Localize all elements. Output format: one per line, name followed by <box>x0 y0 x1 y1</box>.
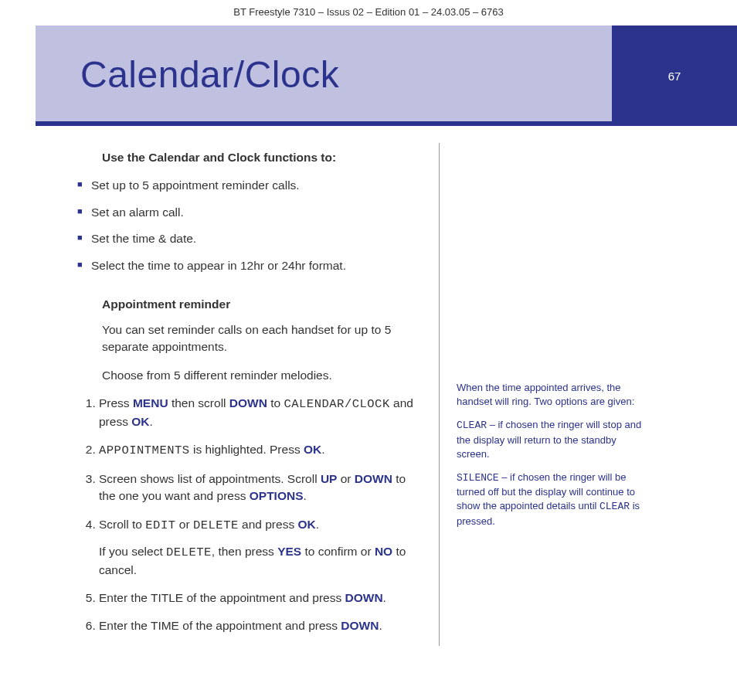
step-item: Screen shows list of appointments. Scrol… <box>99 471 423 505</box>
key-menu: MENU <box>133 396 168 409</box>
banner-underline <box>36 121 612 126</box>
step-text: . <box>379 619 382 632</box>
step-text: and press <box>239 518 298 531</box>
key-ok: OK <box>297 518 315 531</box>
step-text: . <box>304 489 307 502</box>
page-banner: 67 Calendar/Clock <box>36 25 737 126</box>
lcd-text: CALENDAR/CLOCK <box>284 397 389 411</box>
main-column: Use the Calendar and Clock functions to:… <box>36 149 439 646</box>
key-up: UP <box>321 472 338 485</box>
step-sub-paragraph: If you select DELETE, then press YES to … <box>99 543 423 579</box>
lcd-text: APPOINTMENTS <box>99 443 190 457</box>
list-item: Set up to 5 appointment reminder calls. <box>88 177 423 194</box>
side-note: CLEAR – if chosen the ringer will stop a… <box>457 418 650 461</box>
step-text: . <box>321 443 324 456</box>
step-text: , then press <box>212 545 277 558</box>
step-text: is highlighted. Press <box>190 443 304 456</box>
side-column: When the time appointed arrives, the han… <box>440 149 650 646</box>
list-item: Select the time to appear in 12hr or 24h… <box>88 257 423 274</box>
key-options: OPTIONS <box>250 489 304 502</box>
list-item: Set the time & date. <box>88 230 423 247</box>
appointment-heading: Appointment reminder <box>102 296 423 313</box>
lcd-text: SILENCE <box>457 472 499 484</box>
step-text: to confirm or <box>301 545 375 558</box>
key-yes: YES <box>277 545 301 558</box>
step-text: Scroll to <box>99 518 145 531</box>
key-ok: OK <box>131 415 149 428</box>
key-down: DOWN <box>345 591 383 604</box>
paragraph: You can set reminder calls on each hands… <box>102 321 423 356</box>
key-no: NO <box>375 545 392 558</box>
key-down: DOWN <box>229 396 267 409</box>
step-item: Enter the TITLE of the appointment and p… <box>99 590 423 607</box>
step-text: . <box>383 591 386 604</box>
content-area: Use the Calendar and Clock functions to:… <box>36 149 737 646</box>
step-text: Press <box>99 396 133 409</box>
step-text: If you select <box>99 545 166 558</box>
step-text: to <box>267 396 284 409</box>
step-item: Press MENU then scroll DOWN to CALENDAR/… <box>99 395 423 430</box>
step-text: . <box>316 518 319 531</box>
lcd-text: DELETE <box>166 545 212 559</box>
page-number-box: 67 <box>612 25 737 126</box>
step-text: Enter the TITLE of the appointment and p… <box>99 591 345 604</box>
lcd-text: EDIT <box>145 518 175 532</box>
step-text: or <box>337 472 354 485</box>
list-item: Set an alarm call. <box>88 204 423 221</box>
steps-list: Press MENU then scroll DOWN to CALENDAR/… <box>99 395 423 635</box>
key-ok: OK <box>304 443 321 456</box>
paragraph: Choose from 5 different reminder melodie… <box>102 367 423 384</box>
key-down: DOWN <box>341 619 379 632</box>
lcd-text: CLEAR <box>457 420 487 431</box>
step-item: Scroll to EDIT or DELETE and press OK. I… <box>99 516 423 579</box>
lcd-text: CLEAR <box>599 501 630 512</box>
side-note: SILENCE – if chosen the ringer will be t… <box>457 471 650 528</box>
side-note: When the time appointed arrives, the han… <box>457 381 650 409</box>
step-text: then scroll <box>168 396 229 409</box>
step-text: Screen shows list of appointments. Scrol… <box>99 472 321 485</box>
page-number: 67 <box>668 70 681 83</box>
document-header: BT Freestyle 7310 – Issus 02 – Edition 0… <box>0 0 737 25</box>
step-item: APPOINTMENTS is highlighted. Press OK. <box>99 441 423 459</box>
intro-bullet-list: Set up to 5 appointment reminder calls. … <box>102 177 423 274</box>
step-item: Enter the TIME of the appointment and pr… <box>99 617 423 634</box>
lcd-text: DELETE <box>193 518 239 532</box>
step-text: or <box>176 518 193 531</box>
step-text: . <box>149 415 152 428</box>
intro-heading: Use the Calendar and Clock functions to: <box>102 149 423 166</box>
step-text: Enter the TIME of the appointment and pr… <box>99 619 341 632</box>
page-title: Calendar/Clock <box>80 53 339 96</box>
key-down: DOWN <box>355 472 392 485</box>
